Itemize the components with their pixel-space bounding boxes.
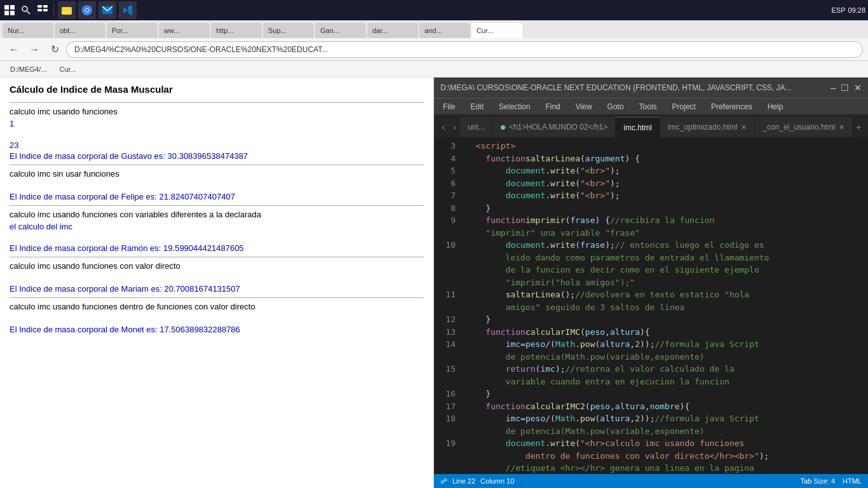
taskbar: ESP 09:28 [0,0,868,20]
code-line-10d: "imprimir("hola amigos");" [466,276,863,289]
taskbar-app-file-explorer[interactable] [58,1,76,19]
section-number-1: 1 [10,119,424,128]
browser-tab-1[interactable]: Nur... [3,23,53,38]
result-felipe: El Indice de masa corporal de Felipe es:… [10,192,424,201]
svg-rect-8 [43,5,48,8]
svg-rect-6 [37,5,42,8]
menu-file[interactable]: File [439,101,459,112]
svg-line-5 [27,11,31,15]
main-area: Cálculo de Indice de Masa Muscular calcu… [0,78,868,488]
divider-1 [10,102,424,103]
result-monet: El Indice de masa corporal de Monet es: … [10,325,424,334]
menu-preferences[interactable]: Preferences [707,101,756,112]
svg-rect-3 [10,11,15,15]
back-button[interactable]: ← [5,41,23,58]
code-line-3: <script> [466,140,863,152]
svg-marker-16 [123,7,128,13]
maximize-button[interactable]: ☐ [841,83,849,93]
browser-tabs-bar: Nur... obt... Por... ww... http... Sup..… [0,20,868,38]
editor-tab-usuario[interactable]: _con_el_usuario.html ✕ [755,117,853,137]
status-lang: HTML [843,477,862,485]
code-line-18b: de potencia(Math.pow(variable,exponente) [466,425,863,438]
reload-button[interactable]: ↻ [46,41,64,58]
menu-goto[interactable]: Goto [604,101,628,112]
window-controls: – ☐ ✕ [831,83,862,93]
code-line-7: document.write("<br>"); [466,189,863,202]
menu-tools[interactable]: Tools [635,101,661,112]
menu-project[interactable]: Project [668,101,700,112]
section-label-5: calculo imc usando funciones dentro de f… [10,302,424,311]
browser-tab-5[interactable]: http... [211,23,262,38]
code-line-14a: imc=peso/(Math.pow(altura,2));//formula … [466,338,863,351]
editor-title-text: D:\MEGA\ CURSOS\ONE-ORACLE NEXT EDUCATIO… [440,83,831,92]
search-icon[interactable] [19,3,33,17]
browser-tab-6[interactable]: Sup... [263,23,314,38]
tab-close-imc-opt[interactable]: ✕ [741,123,747,132]
menu-help[interactable]: Help [764,101,787,112]
browser-tab-10[interactable]: Cur... [471,23,522,38]
status-tabsize: Tab Size: 4 [801,477,835,485]
svg-point-14 [86,9,88,11]
bookmark-1[interactable]: D:/MEG4/... [5,63,51,76]
menu-find[interactable]: Find [541,101,564,112]
minimize-button[interactable]: – [831,83,836,93]
taskbar-app-chrome[interactable] [78,1,96,19]
section-label-4: calculo imc usando funciones con valor d… [10,261,424,271]
status-bar: ☍ Line 22 Column 10 Tab Size: 4 HTML [434,474,868,488]
code-area[interactable]: <script> function saltarLinea(argument) … [461,137,868,474]
language-indicator: ESP [831,6,845,14]
code-line-15b: variable cuando entra en ejecucion la fu… [466,376,863,388]
svg-rect-9 [43,9,48,11]
bookmark-2[interactable]: Cur... [54,63,81,76]
browser-content: Cálculo de Indice de Masa Muscular calcu… [0,78,434,488]
tab-scroll-left[interactable]: ‹ [438,117,449,137]
start-button[interactable] [3,3,17,17]
code-line-9a: function imprimir(frase) {//recibira la … [466,214,863,227]
editor-tab-imc[interactable]: imc.html [616,117,660,137]
close-button[interactable]: ✕ [854,83,862,93]
taskbar-app-email[interactable] [98,1,116,19]
divider-5 [10,297,424,298]
browser-tab-4[interactable]: ww... [159,23,210,38]
address-bar[interactable] [66,41,863,58]
editor-tab-imc-opt[interactable]: imc_optimizado.html ✕ [660,117,755,137]
taskbar-separator [53,4,54,17]
code-line-15a: return(imc);//retorna el valor calculado… [466,363,863,376]
browser-toolbar: ← → ↻ [0,38,868,61]
browser-tab-7[interactable]: Gan... [315,23,366,38]
code-line-19b: dentro de funciones con valor directo</h… [466,450,863,463]
menu-edit[interactable]: Edit [466,101,487,112]
code-line-14b: de potencia(Math.pow(variable,exponente) [466,351,863,363]
editor-titlebar: D:\MEGA\ CURSOS\ONE-ORACLE NEXT EDUCATIO… [434,78,868,98]
menu-view[interactable]: View [572,101,596,112]
menu-selection[interactable]: Selection [495,101,534,112]
tab-close-usuario[interactable]: ✕ [839,123,844,132]
taskbar-app-vscode[interactable] [119,1,137,19]
result-ramon: El Indice de masa corporal de Ramón es: … [10,243,424,253]
svg-rect-0 [4,5,9,10]
svg-rect-2 [4,11,9,15]
browser-tab-9[interactable]: and... [419,23,470,38]
code-line-11a: saltarLinea();//devolvera en texto estat… [466,288,863,301]
tab-add[interactable]: + [853,117,864,137]
editor-tab-h1-label: <h1>HOLA MUNDO 02</h1> [509,123,607,132]
section-sub-label-3: el calculo del imc [10,222,424,231]
tab-scroll-right[interactable]: › [449,117,461,137]
code-line-6: document.write("<br>"); [466,177,863,190]
code-line-17: function calcularIMC2(peso,altura,nombre… [466,400,863,413]
status-right: Tab Size: 4 HTML [801,477,862,485]
editor-tab-h1[interactable]: <h1>HOLA MUNDO 02</h1> [493,117,616,137]
divider-4 [10,257,424,257]
browser-tab-3[interactable]: Por... [107,23,158,38]
code-line-9b: "imprimir" una variable "frase" [466,227,863,240]
editor-tab-unt[interactable]: unt... [460,117,493,137]
code-line-10b: leido dando como parametros de entrada e… [466,252,863,264]
forward-button[interactable]: → [25,41,43,58]
result-gustavo: El Indice de masa corporal de Gustavo es… [10,151,424,161]
svg-point-4 [22,6,27,11]
browser-tab-8[interactable]: dar... [367,23,418,38]
browser-tab-2[interactable]: obt... [55,23,105,38]
status-line-col: Line 22 [452,477,475,485]
task-view-icon[interactable] [36,3,50,17]
code-line-4: function saltarLinea(argument) { [466,152,863,165]
